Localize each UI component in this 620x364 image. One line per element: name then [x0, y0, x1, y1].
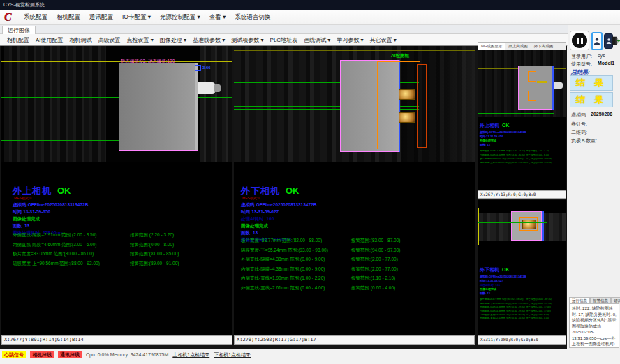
measurement-value: 外侧直线-隔膜=2.91mm 范围:(2.00 - 3.50) [13, 233, 130, 238]
menu-item[interactable]: 查看 ▾ [209, 13, 226, 22]
left-camera-image[interactable]: 静态阈值:93, 动态阈值:100 3.66 [1, 46, 232, 162]
model-label: 使用型号: [571, 61, 592, 68]
time-line: 时间:13-31-59-627 [480, 280, 565, 283]
measurement-row: 隔膜宽度-下=95.24mm 范围:(93.00 - 98.00) 报警范围:(… [480, 303, 565, 305]
ng-bottom-image[interactable] [478, 207, 566, 246]
measurement-row: 外侧直线-直线=2.61mm 范围:(0.60 - 4.00) 报警范围:(0.… [241, 286, 471, 291]
toolbar-item[interactable]: 相机配置 [7, 36, 29, 44]
menu-item[interactable]: 通讯配置 [89, 13, 113, 22]
menu-item[interactable]: 相机配置 [57, 13, 80, 22]
bottom-camera-check-link[interactable]: 下相机1点检结果 [214, 351, 251, 358]
left-camera-view: 静态阈值:93, 动态阈值:100 3.66 外上相机OK MES模式:0 虚拟… [1, 46, 232, 335]
time-line: 时间:13-31-59-650 [480, 135, 565, 139]
toolbar-item[interactable]: 点检设置 ▾ [127, 36, 154, 44]
ng-top-image[interactable] [478, 50, 566, 117]
toolbar-item[interactable]: 高级设置 [98, 36, 121, 44]
tab-connector-image [198, 82, 215, 94]
alarm-range: 报警范围:(2.20 - 3.20) [130, 233, 174, 238]
barcode-line: 虚拟码:OFFline2025020813313472B [13, 202, 229, 207]
annotation-marker [195, 65, 201, 71]
toolbar-item[interactable]: 测试项参数 ▾ [231, 36, 263, 44]
measurement-row: 极片宽度=83.05mm 范围:(80.00 - 86.00) 报警范围:(81… [480, 158, 565, 160]
alarm-range: 报警范围:(83.00 - 87.00) [526, 298, 552, 301]
result-box-2: 结 果 [570, 92, 613, 107]
tab-highlight-image [522, 220, 536, 229]
menu-item[interactable]: 系统语言切换 [235, 13, 270, 22]
ng-image-tab[interactable]: 外下内成图 [531, 43, 557, 50]
ng-image-tab[interactable]: NG成图显示 [478, 43, 505, 50]
login-user-label: 登录用户: [571, 53, 592, 60]
measurement-value: 外侧直线-直线=2.61mm 范围:(0.60 - 4.00) [480, 317, 526, 320]
toolbar-item[interactable]: AI使用配置 [36, 36, 64, 44]
measurement-row: 内侧直线-隔膜=4.60mm 范围:(3.00 - 6.00) 报警范围:(0.… [480, 154, 565, 157]
menu-item[interactable]: 系统配置 [24, 13, 47, 22]
menu-item[interactable]: IO卡配置 ▾ [122, 13, 151, 22]
process-done-line: 图像处理完成 [13, 216, 229, 221]
measurement-row: 外侧直线-隔膜=4.38mm 范围:(0.00 - 9.00) 报警范围:(2.… [241, 257, 471, 262]
face-count-line: 面数: 13 [480, 144, 565, 147]
ng-top-panel: 外上相机OK 虚拟码:OFFline2025020813313472B 时间:1… [478, 50, 566, 190]
top-camera-check-link[interactable]: 上相机1点检结果 [172, 351, 209, 358]
camera-name: 外下相机 [480, 267, 499, 272]
measurement-row: 内侧直线-隔膜=4.60mm 范围:(3.00 - 6.00) 报警范围:(0.… [13, 243, 230, 248]
measurement-value: 外侧直线-直线=2.61mm 范围:(0.60 - 4.00) [241, 286, 351, 291]
toolbar-item[interactable]: PLC地址表 [270, 36, 298, 44]
toolbar-item[interactable]: 其它设置 ▾ [370, 36, 397, 44]
barcode-line: 虚拟码:OFFline2025020813313472B [480, 131, 565, 135]
center-camera-view: AI检测框 外下相机OK MES模式:0 虚拟码:OFFline20250208… [234, 46, 475, 335]
alarm-range: 报警范围:(94.00 - 97.00) [526, 303, 552, 305]
measurement-value: 内侧直线-隔膜=4.38mm 范围:(0.00 - 9.00) [241, 267, 351, 272]
result-ok: OK [502, 123, 510, 128]
ng-bottom-measurements: 极片宽度=83.77mm 范围:(82.00 - 88.00) 报警范围:(83… [480, 298, 565, 320]
ng-image-tab[interactable]: 外上内成图 [505, 43, 531, 50]
measure-line-green [1, 140, 121, 141]
toolbar-item[interactable]: 图像处理 ▾ [160, 36, 186, 44]
measurement-value: 内侧直线-隔膜=4.60mm 范围:(3.00 - 6.00) [13, 243, 130, 248]
model-value: Model1 [598, 61, 614, 66]
measurement-value: 隔膜宽度-下=95.24mm 范围:(93.00 - 98.00) [480, 303, 526, 305]
measurement-value: 隔膜宽度-上=90.56mm 范围:(88.00 - 92.00) [13, 261, 130, 266]
ng-bottom-pixel-coordinates-bar: X:311;Y:980;R:0;G:0;B:0 [478, 335, 566, 345]
alarm-range: 报警范围:(2.00 - 77.00) [526, 310, 551, 313]
tab-highlight-image [399, 89, 415, 100]
toolbar-item[interactable]: 基准线参数 ▾ [193, 36, 225, 44]
tab-highlight-image [399, 112, 415, 123]
side-control-panel: 登录用户: cys 使用型号: Model1 总结果: 结 果 结 果 虚拟码:… [568, 25, 620, 349]
exit-button[interactable] [610, 32, 620, 50]
measurement-row: 隔膜宽度-下=95.24mm 范围:(93.00 - 98.00) 报警范围:(… [241, 248, 471, 253]
measurement-value: 隔膜宽度-上=90.56mm 范围:(88.00 - 92.00) [480, 162, 526, 165]
ng-top-measurements: 外侧直线-隔膜=2.91mm 范围:(2.00 - 3.50) 报警范围:(2.… [480, 150, 565, 164]
ng-image-tabs: NG成图显示外上内成图外下内成图 [478, 42, 566, 50]
log-output[interactable]: 耗时: 222, 缺陷检测耗时: 17, 缺陷分类耗时: 0, 缺陷视频分区耗时… [569, 303, 619, 348]
window-title: CYS-视觉检测系统 [3, 2, 45, 7]
battery-cell-image [518, 66, 554, 110]
alarm-range: 报警范围:(0.60 - 4.00) [351, 286, 395, 291]
ng-top-result-block: 外上相机OK 虚拟码:OFFline2025020813313472B 时间:1… [480, 117, 565, 165]
login-user-value: cys [598, 53, 605, 58]
measurement-row: 内侧直线-隔膜=4.38mm 范围:(0.00 - 9.00) 报警范围:(2.… [241, 267, 471, 272]
result-box-1-text: 结 果 [576, 77, 607, 89]
edge-line-blue [552, 66, 554, 110]
measurement-row: 隔膜宽度-上=90.56mm 范围:(88.00 - 92.00) 报警范围:(… [480, 162, 565, 165]
pause-button[interactable] [570, 31, 589, 50]
user-icon [593, 37, 600, 45]
toolbar-item[interactable]: 学习参数 ▾ [337, 36, 363, 44]
menu-item[interactable]: 光源控制配置 ▾ [160, 13, 200, 22]
qrcode-label: 二维码: [571, 129, 587, 136]
tab-connector-tip [214, 84, 221, 92]
alarm-range: 报警范围:(0.00 - 8.00) [130, 243, 174, 248]
alarm-range: 报警范围:(2.00 - 77.00) [351, 267, 398, 272]
center-camera-image[interactable]: AI检测框 [234, 46, 475, 162]
measurement-row: 内侧直线-隔膜=4.38mm 范围:(0.00 - 9.00) 报警范围:(2.… [480, 310, 565, 313]
camera-name: 外上相机 [13, 185, 52, 196]
defect-label-mark [537, 81, 547, 83]
user-mode-button[interactable] [591, 32, 603, 50]
alarm-range: 报警范围:(1.10 - 2.10) [526, 314, 549, 317]
window-status-bar: 心跳信号 相机掉线 通讯掉线 Cpu: 0.0% Memory: 3424.41… [0, 349, 620, 364]
toolbar-item[interactable]: 画线调试 ▾ [304, 36, 330, 44]
edge-line-blue [542, 211, 544, 241]
process-done-line: 图像处理完成 [480, 288, 565, 291]
toolbar-item[interactable]: 相机调试 [70, 36, 92, 44]
measurement-value: 内侧直线-隔膜=4.60mm 范围:(3.00 - 6.00) [480, 154, 526, 157]
tab-connector-image [554, 82, 563, 89]
